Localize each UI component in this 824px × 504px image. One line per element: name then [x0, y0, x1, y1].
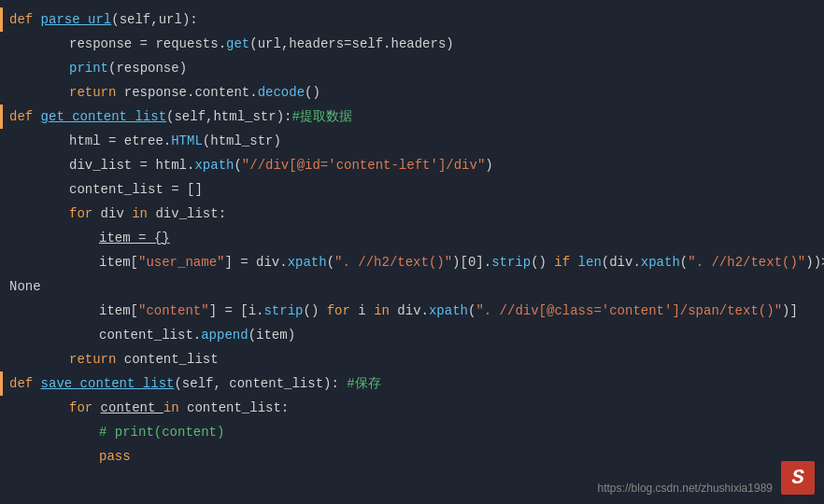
code-editor: def parse_url(self,url):response = reque… — [0, 0, 824, 476]
code-line: item["content"] = [i.strip() for i in di… — [0, 299, 824, 323]
code-line: item["user_name"] = div.xpath(". //h2/te… — [0, 250, 824, 274]
code-line: div_list = html.xpath("//div[@id='conten… — [0, 153, 824, 177]
line-content: content_list = [] — [9, 177, 824, 202]
line-content: return response.content.decode() — [9, 80, 824, 105]
line-content: print(response) — [9, 56, 824, 80]
line-content: def parse_url(self,url): — [9, 7, 824, 32]
line-content: item = {} — [9, 226, 824, 250]
code-line: content_list.append(item) — [0, 323, 824, 347]
line-content: None — [9, 274, 824, 299]
line-content: return content_list — [9, 347, 824, 371]
code-line: return content_list — [0, 347, 824, 371]
code-line: None — [0, 274, 824, 299]
line-content: def save_content_list(self, content_list… — [9, 371, 824, 396]
line-content: for div in div_list: — [9, 202, 824, 226]
url-bar: https://blog.csdn.net/zhushixia1989 — [598, 482, 773, 495]
code-line: def get_content_list(self,html_str):#提取数… — [0, 105, 824, 129]
code-line: for div in div_list: — [0, 202, 824, 226]
code-line: for content in content_list: — [0, 396, 824, 420]
line-content: html = etree.HTML(html_str) — [9, 129, 824, 153]
code-line: response = requests.get(url,headers=self… — [0, 32, 824, 56]
code-line: def parse_url(self,url): — [0, 7, 824, 32]
line-content: div_list = html.xpath("//div[@id='conten… — [9, 153, 824, 177]
code-line: item = {} — [0, 226, 824, 250]
line-content: item["user_name"] = div.xpath(". //h2/te… — [9, 250, 824, 274]
line-content: content_list.append(item) — [9, 323, 824, 347]
line-content: for content in content_list: — [9, 396, 824, 420]
code-line: return response.content.decode() — [0, 80, 824, 105]
line-content: def get_content_list(self,html_str):#提取数… — [9, 105, 824, 129]
line-content: item["content"] = [i.strip() for i in di… — [9, 299, 824, 323]
code-line: content_list = [] — [0, 177, 824, 202]
code-line: def save_content_list(self, content_list… — [0, 371, 824, 396]
line-content: # print(content) — [9, 420, 824, 444]
code-line: # print(content) — [0, 420, 824, 444]
logo-icon: S — [781, 461, 815, 495]
code-line: pass — [0, 444, 824, 469]
code-line: print(response) — [0, 56, 824, 80]
code-line: html = etree.HTML(html_str) — [0, 129, 824, 153]
line-content: response = requests.get(url,headers=self… — [9, 32, 824, 56]
line-content: pass — [9, 444, 824, 469]
